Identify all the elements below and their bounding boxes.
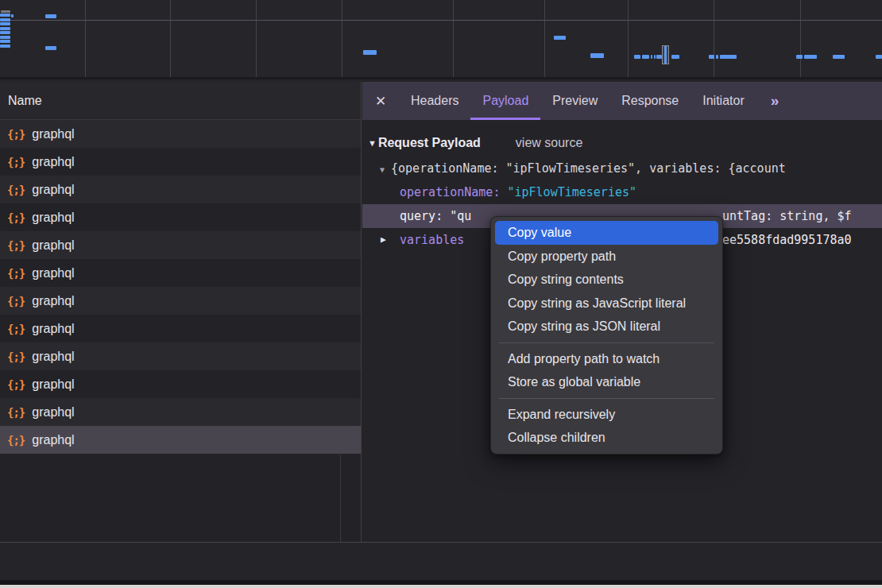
close-icon[interactable]: ✕ bbox=[362, 82, 399, 120]
timeline-gridline bbox=[544, 0, 545, 77]
request-row[interactable]: {;}graphql bbox=[0, 203, 361, 231]
network-activity-bar bbox=[656, 55, 662, 59]
json-fetch-icon: {;} bbox=[7, 267, 25, 280]
timeline-gridline bbox=[170, 0, 171, 77]
section-title: Request Payload bbox=[378, 136, 481, 150]
network-activity-bar bbox=[642, 55, 649, 59]
timeline-gridline bbox=[628, 0, 629, 77]
timeline-selection-marker-bar bbox=[664, 46, 667, 64]
json-fetch-icon: {;} bbox=[7, 156, 25, 168]
property-row-operationname[interactable]: operationName: "ipFlowTimeseries" bbox=[362, 180, 882, 204]
context-menu-item[interactable]: Copy string contents bbox=[495, 268, 718, 292]
network-activity-bar bbox=[634, 55, 640, 59]
property-key: query: bbox=[400, 209, 443, 223]
property-value-continued: untTag: string, $f bbox=[722, 204, 852, 228]
network-activity-bar bbox=[716, 55, 718, 59]
context-menu: Copy valueCopy property pathCopy string … bbox=[490, 216, 723, 455]
network-activity-bar bbox=[671, 55, 679, 59]
more-tabs-icon[interactable]: » bbox=[760, 82, 789, 120]
property-key: variables bbox=[400, 233, 464, 247]
json-fetch-icon: {;} bbox=[7, 184, 25, 196]
window-bottom-edge bbox=[0, 585, 882, 588]
request-name: graphql bbox=[32, 405, 74, 420]
context-menu-item[interactable]: Add property path to watch bbox=[495, 347, 718, 371]
json-fetch-icon: {;} bbox=[7, 239, 25, 252]
tab-payload[interactable]: Payload bbox=[470, 82, 540, 120]
network-activity-bar bbox=[0, 22, 10, 25]
network-activity-bar bbox=[590, 53, 604, 58]
network-activity-bar bbox=[0, 18, 10, 21]
collapse-icon[interactable]: ▼ bbox=[380, 165, 385, 174]
request-row[interactable]: {;}graphql bbox=[0, 426, 361, 454]
network-activity-bar bbox=[796, 55, 803, 59]
context-menu-item[interactable]: Copy string as JavaScript literal bbox=[495, 292, 718, 315]
context-menu-item[interactable]: Expand recursively bbox=[495, 403, 718, 427]
network-activity-bar bbox=[45, 46, 56, 50]
request-row[interactable]: {;}graphql bbox=[0, 148, 361, 176]
json-fetch-icon: {;} bbox=[7, 128, 25, 141]
tab-response[interactable]: Response bbox=[609, 82, 691, 120]
timeline-gridline bbox=[256, 0, 257, 77]
request-row[interactable]: {;}graphql bbox=[0, 231, 361, 259]
timeline-gridline bbox=[453, 0, 454, 77]
request-name: graphql bbox=[32, 211, 74, 225]
network-main-area: Name {;}graphql{;}graphql{;}graphql{;}gr… bbox=[0, 82, 882, 542]
network-activity-bar bbox=[654, 55, 656, 59]
column-header-name-label: Name bbox=[8, 94, 42, 108]
context-menu-separator bbox=[499, 342, 714, 343]
context-menu-item[interactable]: Store as global variable bbox=[495, 370, 718, 394]
request-row[interactable]: {;}graphql bbox=[0, 315, 361, 342]
request-list: {;}graphql{;}graphql{;}graphql{;}graphql… bbox=[0, 120, 361, 454]
property-value: "qu bbox=[450, 209, 471, 223]
json-fetch-icon: {;} bbox=[7, 406, 25, 419]
context-menu-item[interactable]: Copy string as JSON literal bbox=[495, 315, 718, 338]
view-source-link[interactable]: view source bbox=[516, 136, 582, 150]
network-overview-timeline[interactable] bbox=[0, 0, 882, 79]
tab-initiator[interactable]: Initiator bbox=[691, 82, 756, 120]
network-activity-bar bbox=[804, 55, 817, 59]
network-activity-bar bbox=[554, 36, 566, 40]
json-fetch-icon: {;} bbox=[7, 378, 25, 391]
expand-icon[interactable]: ▶ bbox=[381, 228, 386, 252]
context-menu-item[interactable]: Collapse children bbox=[495, 426, 718, 450]
context-menu-item[interactable]: Copy property path bbox=[495, 245, 718, 269]
network-activity-bar bbox=[0, 14, 10, 17]
json-fetch-icon: {;} bbox=[7, 434, 25, 447]
request-name: graphql bbox=[32, 294, 74, 308]
timeline-gridline bbox=[714, 0, 714, 77]
network-activity-bar bbox=[651, 55, 652, 59]
preview-text: {operationName: "ipFlowTimeseries", vari… bbox=[391, 161, 786, 176]
network-activity-bar bbox=[833, 55, 845, 59]
section-toggle-icon[interactable]: ▼ bbox=[368, 138, 377, 148]
request-row[interactable]: {;}graphql bbox=[0, 176, 361, 203]
context-menu-separator bbox=[499, 398, 714, 399]
details-tabbar: ✕ HeadersPayloadPreviewResponseInitiator… bbox=[362, 82, 882, 120]
payload-preview-row[interactable]: ▼{operationName: "ipFlowTimeseries", var… bbox=[362, 157, 882, 180]
request-row[interactable]: {;}graphql bbox=[0, 342, 361, 370]
request-payload-section-header: ▼ Request Payload view source bbox=[362, 130, 882, 157]
column-header-name[interactable]: Name bbox=[0, 82, 361, 120]
requests-panel: Name {;}graphql{;}graphql{;}graphql{;}gr… bbox=[0, 82, 362, 542]
property-value: "ipFlowTimeseries" bbox=[507, 185, 636, 199]
network-activity-bar bbox=[363, 50, 377, 55]
property-value-continued: ee5588fdad995178a0 bbox=[722, 228, 852, 252]
json-fetch-icon: {;} bbox=[7, 211, 25, 224]
network-activity-bar bbox=[11, 14, 14, 17]
request-name: graphql bbox=[32, 183, 74, 197]
request-row[interactable]: {;}graphql bbox=[0, 287, 361, 315]
timeline-gridline bbox=[85, 0, 86, 77]
request-row[interactable]: {;}graphql bbox=[0, 370, 361, 398]
timeline-gridline-horizontal bbox=[0, 20, 882, 21]
network-activity-bar bbox=[720, 55, 737, 59]
request-name: graphql bbox=[32, 127, 74, 141]
request-name: graphql bbox=[32, 155, 74, 169]
network-activity-bar bbox=[709, 55, 714, 59]
request-row[interactable]: {;}graphql bbox=[0, 120, 361, 148]
tab-preview[interactable]: Preview bbox=[540, 82, 609, 120]
context-menu-item[interactable]: Copy value bbox=[495, 221, 718, 245]
request-row[interactable]: {;}graphql bbox=[0, 259, 361, 287]
network-activity-bar bbox=[876, 55, 882, 59]
tab-headers[interactable]: Headers bbox=[399, 82, 470, 120]
timeline-gridline bbox=[800, 0, 801, 77]
request-row[interactable]: {;}graphql bbox=[0, 398, 361, 426]
